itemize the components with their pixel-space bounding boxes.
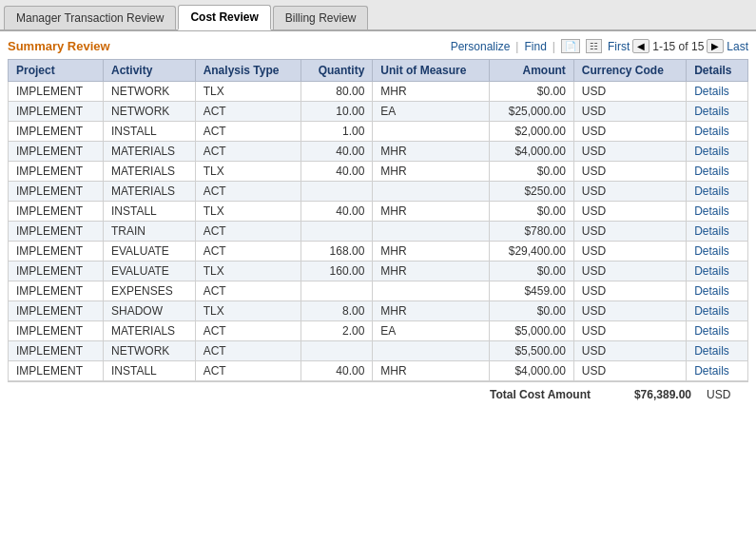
summary-controls: Personalize | Find | 📄 ☷ First ◀ 1-15 of… <box>451 39 748 53</box>
tabs-bar: Manager Transaction ReviewCost ReviewBil… <box>0 0 756 31</box>
cell-quantity: 1.00 <box>300 122 372 142</box>
cell-details[interactable]: Details <box>687 281 748 301</box>
nav-next-button[interactable]: ▶ <box>707 39 724 53</box>
cell-quantity: 8.00 <box>300 301 372 321</box>
cell-amount: $459.00 <box>490 281 574 301</box>
cell-details[interactable]: Details <box>687 202 748 222</box>
export-icon-button[interactable]: 📄 <box>561 39 580 53</box>
details-link[interactable]: Details <box>694 224 729 238</box>
cell-analysis_type: ACT <box>195 182 300 202</box>
details-link[interactable]: Details <box>694 105 729 118</box>
cell-quantity <box>300 222 372 242</box>
cell-currency: USD <box>573 82 686 102</box>
details-link[interactable]: Details <box>694 165 729 178</box>
cell-analysis_type: ACT <box>195 321 300 341</box>
details-link[interactable]: Details <box>694 364 729 378</box>
cell-activity: MATERIALS <box>103 182 195 202</box>
cell-details[interactable]: Details <box>687 242 748 262</box>
table-row: IMPLEMENTMATERIALSACT40.00MHR$4,000.00US… <box>9 142 748 162</box>
cell-unit <box>373 222 490 242</box>
cell-activity: NETWORK <box>103 82 195 102</box>
cell-amount: $250.00 <box>490 182 574 202</box>
tab-billing-review[interactable]: Billing Review <box>273 6 369 29</box>
details-link[interactable]: Details <box>694 145 729 158</box>
cell-analysis_type: ACT <box>195 122 300 142</box>
cell-project: IMPLEMENT <box>9 162 104 182</box>
cell-currency: USD <box>573 301 686 321</box>
tab-manager-review[interactable]: Manager Transaction Review <box>4 6 176 29</box>
cell-quantity: 168.00 <box>300 242 372 262</box>
tab-cost-review[interactable]: Cost Review <box>178 5 270 30</box>
nav-prev-button[interactable]: ◀ <box>632 39 649 53</box>
cell-amount: $0.00 <box>490 82 574 102</box>
cell-unit: MHR <box>373 262 490 281</box>
cell-analysis_type: ACT <box>195 102 300 122</box>
cell-currency: USD <box>573 341 686 361</box>
details-link[interactable]: Details <box>694 324 729 338</box>
cell-details[interactable]: Details <box>687 182 748 202</box>
cell-unit: MHR <box>373 162 490 182</box>
total-value: $76,389.00 <box>606 388 691 401</box>
details-link[interactable]: Details <box>694 85 729 98</box>
cell-details[interactable]: Details <box>687 162 748 182</box>
details-link[interactable]: Details <box>694 184 729 198</box>
cell-amount: $5,000.00 <box>490 321 574 341</box>
nav-first[interactable]: First <box>608 40 630 53</box>
cell-currency: USD <box>573 182 686 202</box>
details-link[interactable]: Details <box>694 125 729 138</box>
cell-unit: MHR <box>373 242 490 262</box>
cell-activity: MATERIALS <box>103 142 195 162</box>
cell-unit <box>373 281 490 301</box>
cell-details[interactable]: Details <box>687 341 748 361</box>
cell-amount: $29,400.00 <box>490 242 574 262</box>
cell-project: IMPLEMENT <box>9 182 104 202</box>
table-row: IMPLEMENTMATERIALSACT2.00EA$5,000.00USDD… <box>9 321 748 341</box>
cell-quantity: 160.00 <box>300 262 372 281</box>
table-row: IMPLEMENTNETWORKACT$5,500.00USDDetails <box>9 341 748 361</box>
cell-quantity: 40.00 <box>300 142 372 162</box>
cell-analysis_type: ACT <box>195 142 300 162</box>
cell-analysis_type: TLX <box>195 162 300 182</box>
cell-project: IMPLEMENT <box>9 301 104 321</box>
cell-details[interactable]: Details <box>687 361 748 381</box>
cell-details[interactable]: Details <box>687 102 748 122</box>
cell-details[interactable]: Details <box>687 321 748 341</box>
table-row: IMPLEMENTSHADOWTLX8.00MHR$0.00USDDetails <box>9 301 748 321</box>
details-link[interactable]: Details <box>694 344 729 358</box>
details-link[interactable]: Details <box>694 264 729 278</box>
cell-currency: USD <box>573 242 686 262</box>
cell-activity: EVALUATE <box>103 242 195 262</box>
cell-analysis_type: ACT <box>195 361 300 381</box>
cell-details[interactable]: Details <box>687 222 748 242</box>
cell-details[interactable]: Details <box>687 262 748 281</box>
cell-quantity: 10.00 <box>300 102 372 122</box>
table-row: IMPLEMENTMATERIALSTLX40.00MHR$0.00USDDet… <box>9 162 748 182</box>
cell-activity: MATERIALS <box>103 321 195 341</box>
cell-amount: $25,000.00 <box>490 102 574 122</box>
cell-details[interactable]: Details <box>687 301 748 321</box>
cell-details[interactable]: Details <box>687 82 748 102</box>
details-link[interactable]: Details <box>694 304 729 318</box>
nav-last[interactable]: Last <box>727 40 748 53</box>
personalize-link[interactable]: Personalize <box>451 40 511 53</box>
cell-amount: $2,000.00 <box>490 122 574 142</box>
col-header-project: Project <box>9 60 104 82</box>
grid-icon-button[interactable]: ☷ <box>586 39 602 53</box>
cell-currency: USD <box>573 142 686 162</box>
cell-details[interactable]: Details <box>687 142 748 162</box>
details-link[interactable]: Details <box>694 204 729 218</box>
table-row: IMPLEMENTINSTALLACT40.00MHR$4,000.00USDD… <box>9 361 748 381</box>
table-row: IMPLEMENTINSTALLTLX40.00MHR$0.00USDDetai… <box>9 202 748 222</box>
cell-currency: USD <box>573 262 686 281</box>
cell-quantity: 40.00 <box>300 202 372 222</box>
find-link[interactable]: Find <box>524 40 546 53</box>
cell-analysis_type: ACT <box>195 281 300 301</box>
cell-project: IMPLEMENT <box>9 142 104 162</box>
details-link[interactable]: Details <box>694 244 729 258</box>
cell-quantity <box>300 341 372 361</box>
details-link[interactable]: Details <box>694 284 729 298</box>
cell-details[interactable]: Details <box>687 122 748 142</box>
cell-amount: $0.00 <box>490 162 574 182</box>
cell-project: IMPLEMENT <box>9 82 104 102</box>
cell-unit: MHR <box>373 202 490 222</box>
